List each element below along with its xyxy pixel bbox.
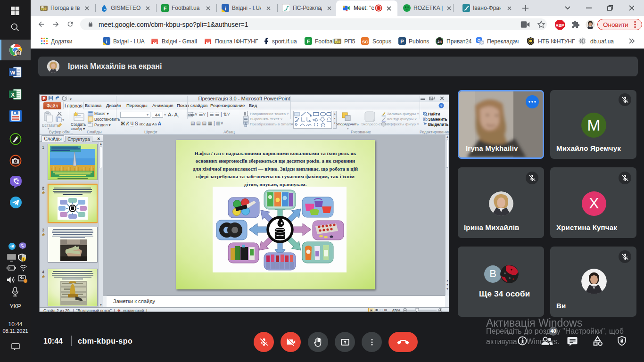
svg-text:!: ! [23, 258, 24, 261]
svg-text:F: F [164, 6, 167, 11]
svg-text:SC: SC [362, 40, 368, 44]
svg-text:i: i [106, 39, 107, 44]
svg-text:P: P [400, 39, 404, 44]
svg-text:24: 24 [438, 40, 442, 44]
svg-text:i: i [224, 6, 226, 11]
svg-text:a͛b: a͛b [423, 117, 428, 122]
svg-text:W: W [10, 70, 16, 75]
svg-text:rp5: rp5 [41, 7, 47, 11]
svg-text:rp5: rp5 [335, 40, 340, 44]
svg-text:ABP: ABP [556, 23, 564, 28]
svg-text:X: X [11, 92, 15, 98]
svg-text:F: F [307, 39, 310, 44]
svg-text:A: A [424, 113, 426, 115]
svg-text:文: 文 [479, 41, 484, 45]
svg-text:?: ? [440, 104, 443, 108]
